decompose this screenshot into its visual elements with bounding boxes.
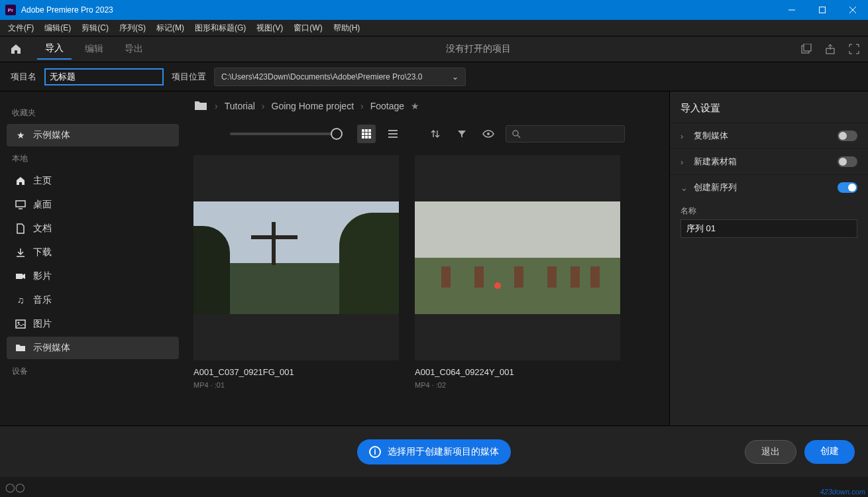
menu-help[interactable]: 帮助(H) — [328, 21, 366, 36]
panel-title: 导入设置 — [670, 99, 868, 123]
project-location-select[interactable]: C:\Users\423Down\Documents\Adobe\Premier… — [214, 68, 466, 86]
toggle-copy-media[interactable] — [838, 131, 857, 141]
chevron-down-icon: ⌄ — [452, 72, 459, 82]
svg-rect-9 — [16, 274, 23, 279]
setting-new-bin[interactable]: › 新建素材箱 — [670, 148, 868, 174]
breadcrumb: › Tutorial › Going Home project › Footag… — [186, 91, 669, 121]
thumbnail-size-slider[interactable] — [230, 133, 343, 135]
setting-copy-media[interactable]: › 复制媒体 — [670, 123, 868, 148]
media-filename: A001_C064_09224Y_001 — [415, 367, 620, 377]
svg-rect-15 — [362, 133, 364, 135]
breadcrumb-sep: › — [215, 101, 218, 111]
setting-label: 复制媒体 — [694, 130, 838, 142]
menu-view[interactable]: 视图(V) — [251, 21, 288, 36]
list-view-button[interactable] — [384, 125, 402, 143]
document-icon — [15, 223, 27, 235]
media-meta: MP4 · :01 — [193, 381, 399, 389]
sidebar-item-documents[interactable]: 文档 — [7, 217, 179, 240]
sidebar-item-downloads[interactable]: 下载 — [7, 241, 179, 264]
breadcrumb-item[interactable]: Footage — [370, 101, 404, 111]
filter-button[interactable] — [453, 125, 471, 143]
creative-cloud-icon[interactable]: ◯◯ — [5, 482, 25, 492]
sidebar-section-favorites: 收藏夹 — [7, 103, 179, 123]
menu-sequence[interactable]: 序列(S) — [114, 21, 151, 36]
menu-file[interactable]: 文件(F) — [3, 21, 39, 36]
media-card[interactable]: A001_C037_0921FG_001 MP4 · :01 — [193, 155, 399, 417]
svg-point-24 — [487, 133, 490, 135]
home-icon[interactable] — [8, 41, 24, 57]
sidebar-item-pictures[interactable]: 图片 — [7, 313, 179, 335]
svg-rect-5 — [804, 44, 811, 51]
media-meta: MP4 · :02 — [415, 381, 620, 389]
app-icon: Pr — [5, 5, 16, 15]
export-icon[interactable] — [824, 43, 836, 55]
content-area: › Tutorial › Going Home project › Footag… — [186, 91, 669, 425]
breadcrumb-item[interactable]: Going Home project — [272, 101, 354, 111]
search-input[interactable] — [506, 125, 625, 142]
sidebar-item-label: 示例媒体 — [33, 342, 70, 354]
tab-import[interactable]: 导入 — [37, 38, 72, 60]
exit-button[interactable]: 退出 — [745, 440, 796, 464]
close-button[interactable] — [838, 0, 868, 20]
setting-label: 新建素材箱 — [694, 156, 838, 168]
toggle-create-sequence[interactable] — [838, 182, 857, 193]
info-banner: i 选择用于创建新项目的媒体 — [357, 439, 511, 465]
sidebar-item-sample-media[interactable]: 示例媒体 — [7, 337, 179, 359]
project-location-label: 项目位置 — [172, 71, 206, 83]
media-thumbnail — [415, 155, 620, 360]
sort-button[interactable] — [426, 125, 445, 143]
grid-view-button[interactable] — [357, 125, 376, 143]
menu-graphics[interactable]: 图形和标题(G) — [190, 21, 251, 36]
setting-label: 创建新序列 — [694, 182, 838, 193]
info-text: 选择用于创建新项目的媒体 — [388, 446, 499, 458]
sidebar-item-label: 影片 — [33, 270, 52, 282]
watermark: 423down.com — [820, 488, 866, 496]
project-status: 没有打开的项目 — [156, 43, 800, 55]
status-bar: ◯◯ 423down.com — [0, 477, 868, 497]
star-outline-icon[interactable]: ★ — [411, 101, 419, 111]
menu-markers[interactable]: 标记(M) — [151, 21, 190, 36]
sidebar-item-label: 音乐 — [33, 294, 52, 306]
sidebar-item-label: 示例媒体 — [33, 129, 70, 141]
svg-rect-7 — [16, 201, 25, 207]
svg-rect-19 — [365, 136, 368, 138]
media-thumbnail — [193, 155, 399, 360]
project-name-input[interactable] — [44, 68, 164, 85]
svg-rect-16 — [365, 133, 368, 135]
project-bar: 项目名 项目位置 C:\Users\423Down\Documents\Adob… — [0, 62, 868, 91]
star-icon: ★ — [15, 129, 27, 141]
tab-export[interactable]: 导出 — [117, 39, 151, 59]
setting-create-sequence[interactable]: ⌄ 创建新序列 — [670, 174, 868, 200]
sidebar-item-music[interactable]: ♫音乐 — [7, 289, 179, 311]
sidebar-item-label: 主页 — [33, 175, 52, 187]
menu-clip[interactable]: 剪辑(C) — [76, 21, 114, 36]
window-title: Adobe Premiere Pro 2023 — [21, 5, 113, 15]
sidebar-item-home[interactable]: 主页 — [7, 170, 179, 192]
image-icon — [15, 318, 27, 330]
new-window-icon[interactable] — [800, 43, 812, 55]
sidebar-item-desktop[interactable]: 桌面 — [7, 193, 179, 216]
svg-rect-13 — [365, 129, 368, 132]
tab-edit[interactable]: 编辑 — [77, 39, 111, 59]
sidebar-item-label: 文档 — [33, 223, 52, 235]
menubar: 文件(F) 编辑(E) 剪辑(C) 序列(S) 标记(M) 图形和标题(G) 视… — [0, 20, 868, 36]
import-settings-panel: 导入设置 › 复制媒体 › 新建素材箱 ⌄ 创建新序列 名称 — [669, 91, 868, 425]
menu-edit[interactable]: 编辑(E) — [39, 21, 76, 36]
media-filename: A001_C037_0921FG_001 — [193, 367, 399, 377]
minimize-button[interactable] — [777, 0, 807, 20]
media-card[interactable]: A001_C064_09224Y_001 MP4 · :02 — [415, 155, 620, 417]
sidebar-item-sample-media-fav[interactable]: ★ 示例媒体 — [7, 124, 179, 146]
toggle-new-bin[interactable] — [838, 156, 857, 167]
create-button[interactable]: 创建 — [804, 440, 855, 464]
sidebar-item-videos[interactable]: 影片 — [7, 265, 179, 288]
visibility-button[interactable] — [479, 125, 498, 143]
home-icon — [15, 175, 27, 187]
footer-bar: i 选择用于创建新项目的媒体 退出 创建 — [0, 425, 868, 477]
breadcrumb-item[interactable]: Tutorial — [225, 101, 255, 111]
sequence-name-input[interactable] — [680, 219, 857, 238]
download-icon — [15, 247, 27, 258]
fullscreen-icon[interactable] — [848, 43, 860, 55]
sidebar-section-devices: 设备 — [7, 362, 179, 381]
maximize-button[interactable] — [807, 0, 838, 20]
menu-window[interactable]: 窗口(W) — [288, 21, 327, 36]
